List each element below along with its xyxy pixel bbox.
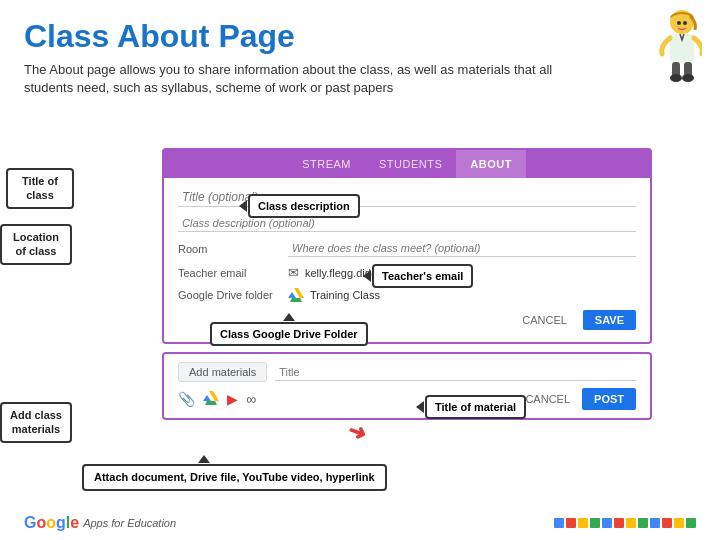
class-description-callout: Class description — [248, 194, 360, 218]
teachers-email-callout: Teacher's email — [372, 264, 473, 288]
red-arrow: ➜ — [344, 418, 370, 449]
title-of-class-label: Title of class — [6, 168, 74, 209]
google-logo-area: Google Apps for Education — [24, 514, 176, 532]
tab-stream[interactable]: STREAM — [288, 150, 365, 178]
dot-blue3 — [650, 518, 660, 528]
description-row — [178, 215, 636, 232]
ui-card: STREAM STUDENTS ABOUT Room — [162, 148, 652, 344]
google-g: Google — [24, 514, 79, 532]
drive-icon — [288, 288, 304, 302]
add-materials-row: Add materials — [178, 362, 636, 382]
svg-marker-13 — [205, 401, 217, 405]
dot-green2 — [638, 518, 648, 528]
apps-for-education-text: Apps for Education — [83, 517, 176, 529]
tab-students[interactable]: STUDENTS — [365, 150, 456, 178]
add-class-materials-label: Add class materials — [0, 402, 72, 443]
form-area: Room Teacher email ✉ kelly.flegg.did@bla… — [164, 178, 650, 342]
dot-yellow2 — [626, 518, 636, 528]
youtube-icon[interactable]: ▶ — [227, 391, 238, 407]
attach-file-icon[interactable]: 📎 — [178, 391, 195, 407]
svg-marker-11 — [209, 391, 219, 401]
drive-folder-row: Google Drive folder Training Class — [178, 288, 636, 302]
tab-about[interactable]: ABOUT — [456, 150, 526, 178]
drive-folder-label: Google Drive folder — [178, 289, 288, 301]
dot-yellow3 — [674, 518, 684, 528]
attach-icons: 📎 ▶ ∞ — [178, 391, 256, 408]
dot-yellow — [578, 518, 588, 528]
teacher-illustration — [632, 8, 702, 88]
svg-point-1 — [677, 21, 681, 25]
material-title-input[interactable] — [275, 364, 636, 381]
color-dots-bar — [554, 518, 696, 528]
attach-doc-callout: Attach document, Drive file, YouTube vid… — [82, 464, 387, 491]
svg-marker-12 — [203, 395, 211, 401]
post-button[interactable]: POST — [582, 388, 636, 410]
page-container: Class About Page The About page allows y… — [0, 0, 720, 540]
drive-folder-value: Training Class — [310, 289, 380, 301]
room-row: Room — [178, 240, 636, 257]
save-button[interactable]: SAVE — [583, 310, 636, 330]
room-label: Room — [178, 243, 288, 255]
svg-point-2 — [683, 21, 687, 25]
svg-point-6 — [670, 74, 682, 82]
dot-green3 — [686, 518, 696, 528]
dot-blue — [554, 518, 564, 528]
link-icon[interactable]: ∞ — [246, 391, 256, 407]
svg-marker-10 — [290, 298, 302, 302]
page-title: Class About Page — [24, 18, 696, 55]
room-input[interactable] — [288, 240, 636, 257]
class-drive-folder-callout: Class Google Drive Folder — [210, 322, 368, 346]
teacher-email-label: Teacher email — [178, 267, 288, 279]
svg-point-7 — [682, 74, 694, 82]
description-input[interactable] — [178, 215, 636, 232]
tab-bar: STREAM STUDENTS ABOUT — [164, 150, 650, 178]
svg-marker-9 — [288, 292, 296, 298]
page-subtitle: The About page allows you to share infor… — [24, 61, 604, 97]
cancel-button[interactable]: CANCEL — [514, 310, 575, 330]
title-of-material-callout: Title of material — [425, 395, 526, 419]
materials-cancel-button[interactable]: CANCEL — [517, 390, 578, 408]
svg-marker-8 — [294, 288, 304, 298]
materials-section: Add materials 📎 ▶ ∞ — [162, 352, 652, 420]
dot-blue2 — [602, 518, 612, 528]
dot-red3 — [662, 518, 672, 528]
drive-attach-icon[interactable] — [203, 391, 219, 408]
dot-red — [566, 518, 576, 528]
google-apps-bar: Google Apps for Education — [0, 514, 720, 532]
location-of-class-label: Location of class — [0, 224, 72, 265]
dot-green — [590, 518, 600, 528]
email-icon: ✉ — [288, 265, 299, 280]
dot-red2 — [614, 518, 624, 528]
materials-actions: 📎 ▶ ∞ CANCEL POST — [178, 388, 636, 410]
add-materials-button[interactable]: Add materials — [178, 362, 267, 382]
